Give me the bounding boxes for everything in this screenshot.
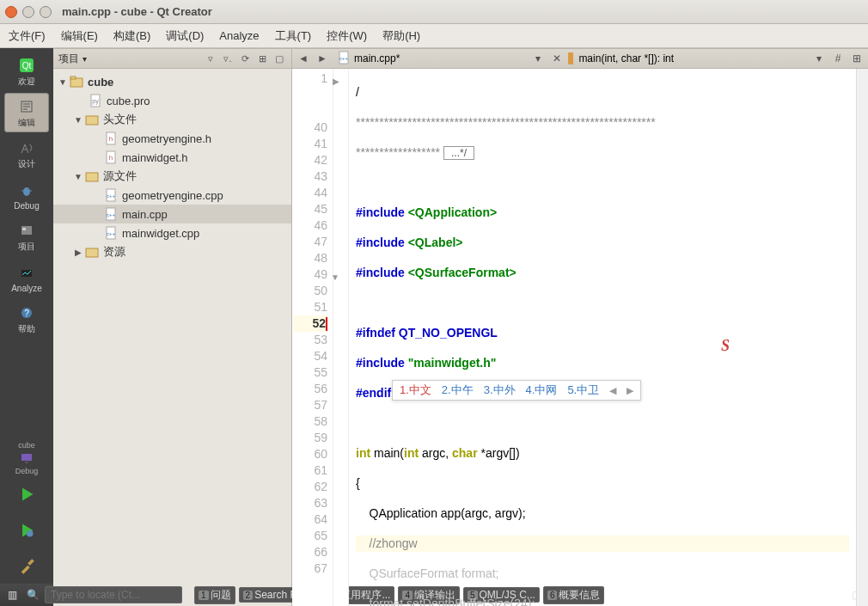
tree-root[interactable]: ▼cube <box>53 72 291 91</box>
project-icon <box>69 75 84 89</box>
menu-debug[interactable]: 调试(D) <box>166 28 204 44</box>
run-button[interactable] <box>4 477 49 511</box>
mode-debug[interactable]: Debug <box>4 175 49 215</box>
fold-column[interactable] <box>333 69 349 606</box>
split-icon[interactable]: ⊞ <box>255 52 269 65</box>
ime-prev-icon[interactable]: ◀ <box>609 385 616 396</box>
symbol-selector[interactable]: main(int, char *[]): int <box>568 52 808 64</box>
play-bug-icon <box>16 520 37 541</box>
svg-text:h: h <box>109 154 113 162</box>
folder-icon <box>84 245 100 259</box>
chevron-down-icon[interactable]: ▾ <box>530 51 546 66</box>
project-panel: 项目 ▾ ▿ ▿. ⟳ ⊞ ▢ ▼cube pycube.pro ▼头文件 hg… <box>53 48 292 606</box>
cpp-file-icon: c++ <box>103 207 119 221</box>
mode-welcome[interactable]: Qt 欢迎 <box>4 52 49 91</box>
tree-cpp-file[interactable]: c++geometryengine.cpp <box>53 186 291 205</box>
window-minimize-button[interactable] <box>22 6 34 18</box>
tree-header-file[interactable]: hgeometryengine.h <box>53 129 291 148</box>
cpp-file-icon: c++ <box>103 188 119 202</box>
ime-candidate[interactable]: 2.中午 <box>442 383 474 398</box>
mode-label: 编辑 <box>18 117 35 129</box>
project-tree[interactable]: ▼cube pycube.pro ▼头文件 hgeometryengine.h … <box>53 69 291 606</box>
tree-cpp-file[interactable]: c++mainwidget.cpp <box>53 223 291 242</box>
nav-back-button[interactable]: ◄ <box>296 51 311 66</box>
target-mode: Debug <box>15 467 39 475</box>
ime-candidate[interactable]: 3.中外 <box>484 383 516 398</box>
vertical-scrollbar[interactable] <box>856 69 868 606</box>
cpp-file-icon: c++ <box>337 51 351 67</box>
nav-fwd-button[interactable]: ► <box>315 51 330 66</box>
edit-icon <box>16 96 37 117</box>
ime-next-icon[interactable]: ▶ <box>627 385 633 396</box>
tree-sources-folder[interactable]: ▼源文件 <box>53 167 291 186</box>
mode-edit[interactable]: 编辑 <box>4 93 49 132</box>
code-content[interactable]: / **************************************… <box>349 69 856 606</box>
chevron-down-icon[interactable]: ▾ <box>811 51 827 66</box>
mode-analyze[interactable]: Analyze <box>4 258 49 297</box>
window-maximize-button[interactable] <box>40 6 52 18</box>
menu-edit[interactable]: 编辑(E) <box>61 28 98 44</box>
ime-candidate[interactable]: 4.中网 <box>526 383 558 398</box>
project-panel-header: 项目 ▾ ▿ ▿. ⟳ ⊞ ▢ <box>53 48 291 69</box>
menu-widgets[interactable]: 控件(W) <box>327 28 367 44</box>
svg-point-18 <box>27 530 34 537</box>
close-editor-button[interactable]: ✕ <box>549 51 565 66</box>
menu-help[interactable]: 帮助(H) <box>382 28 420 44</box>
mode-label: 项目 <box>18 241 35 253</box>
svg-rect-15 <box>25 462 28 463</box>
ime-candidate[interactable]: 5.中卫 <box>567 383 599 398</box>
tree-header-file[interactable]: hmainwidget.h <box>53 148 291 167</box>
mode-label: Analyze <box>11 284 42 293</box>
svg-rect-23 <box>86 116 98 125</box>
hammer-icon <box>16 556 37 577</box>
symbol-label: main(int, char *[]): int <box>578 52 674 64</box>
output-tab-issues[interactable]: 1问题 <box>194 586 235 604</box>
window-close-button[interactable] <box>5 6 17 18</box>
close-panel-icon[interactable]: ▢ <box>272 52 286 65</box>
tree-pro-file[interactable]: pycube.pro <box>53 91 291 110</box>
line-col-button[interactable]: # <box>830 51 846 66</box>
debug-run-button[interactable] <box>4 513 49 548</box>
mode-design[interactable]: 设计 <box>4 134 49 174</box>
ime-candidate[interactable]: 1.中文 <box>400 383 431 398</box>
build-button[interactable] <box>4 549 49 584</box>
ime-logo-icon: S <box>715 335 736 356</box>
mode-projects[interactable]: 项目 <box>4 217 49 256</box>
svg-rect-35 <box>86 248 98 257</box>
toggle-sidebar-button[interactable]: ▥ <box>3 587 21 603</box>
editor-toolbar: ◄ ► c++ main.cpp* ▾ ✕ main(int, char *[]… <box>292 48 868 69</box>
tree-cpp-file-active[interactable]: c++main.cpp <box>53 205 291 223</box>
code-editor[interactable]: 1▶ 4041424344 45464748 49▼5051 52 535455… <box>292 69 868 606</box>
filter2-icon[interactable]: ▿. <box>221 52 235 65</box>
mode-rail: Qt 欢迎 编辑 设计 Debug 项目 Analyze ? 帮助 cu <box>0 48 53 584</box>
filter-icon[interactable]: ▿ <box>204 52 217 65</box>
target-selector[interactable]: cube Debug <box>4 441 49 475</box>
ime-candidate-popup[interactable]: 1.中文 2.中午 3.中外 4.中网 5.中卫 ◀ ▶ <box>392 380 641 401</box>
help-icon: ? <box>16 303 37 323</box>
svg-text:Qt: Qt <box>22 61 32 70</box>
menu-build[interactable]: 构建(B) <box>113 28 150 44</box>
window-titlebar: main.cpp - cube - Qt Creator <box>0 0 868 24</box>
tree-resources-folder[interactable]: ▶资源 <box>53 242 291 261</box>
svg-rect-28 <box>86 173 98 181</box>
menu-file[interactable]: 文件(F) <box>9 28 46 44</box>
mode-label: 帮助 <box>18 323 35 335</box>
editor-area: ◄ ► c++ main.cpp* ▾ ✕ main(int, char *[]… <box>292 48 868 606</box>
menu-tools[interactable]: 工具(T) <box>275 28 312 44</box>
design-icon <box>16 138 37 158</box>
mode-label: Debug <box>14 201 39 211</box>
svg-text:py: py <box>92 98 99 105</box>
symbol-bar-icon <box>568 52 573 64</box>
tree-headers-folder[interactable]: ▼头文件 <box>53 110 291 129</box>
locator-input[interactable] <box>45 586 182 603</box>
monitor-icon <box>16 450 37 467</box>
svg-text:c++: c++ <box>107 231 116 236</box>
search-icon[interactable]: 🔍 <box>24 587 41 603</box>
split-editor-button[interactable]: ⊞ <box>849 51 865 66</box>
svg-text:c++: c++ <box>107 193 116 199</box>
sync-icon[interactable]: ⟳ <box>238 52 252 65</box>
chevron-down-icon[interactable]: ▾ <box>83 54 87 64</box>
file-selector[interactable]: c++ main.cpp* <box>333 51 403 67</box>
menu-analyze[interactable]: Analyze <box>219 29 259 42</box>
mode-help[interactable]: ? 帮助 <box>4 299 49 339</box>
